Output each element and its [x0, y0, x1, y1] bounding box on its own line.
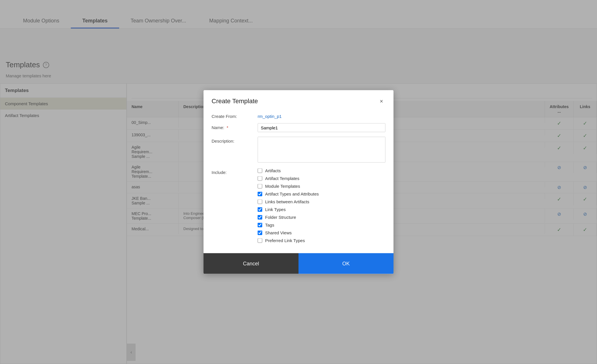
create-from-row: Create From: rm_optin_p1 [212, 112, 385, 119]
checkbox-item-shared-views[interactable]: Shared Views [258, 230, 385, 235]
checkbox-item-tags[interactable]: Tags [258, 223, 385, 227]
description-field-container [258, 137, 385, 164]
checkbox-label-shared-views: Shared Views [265, 230, 292, 235]
checkbox-label-link-types: Link Types [265, 207, 286, 212]
checkbox-item-link-types[interactable]: Link Types [258, 207, 385, 212]
checkbox-artifact-types-attributes[interactable] [258, 191, 262, 196]
include-label: Include: [212, 168, 258, 175]
checkbox-item-module-templates[interactable]: Module Templates [258, 184, 385, 189]
description-label: Description: [212, 137, 258, 143]
checkbox-link-types[interactable] [258, 207, 262, 212]
checkbox-item-links-between-artifacts[interactable]: Links between Artifacts [258, 199, 385, 204]
checkbox-label-artifact-types-attributes: Artifact Types and Attributes [265, 191, 319, 196]
description-textarea[interactable] [258, 137, 385, 163]
modal-header: Create Template × [204, 90, 393, 110]
modal-footer: Cancel OK [204, 253, 393, 274]
name-row: Name: * [212, 123, 385, 132]
include-row: Include: ArtifactsArtifact TemplatesModu… [212, 168, 385, 243]
include-checkboxes: ArtifactsArtifact TemplatesModule Templa… [258, 168, 385, 243]
required-indicator: * [225, 125, 228, 130]
name-field-container [258, 123, 385, 132]
modal-body: Create From: rm_optin_p1 Name: * Descrip… [204, 110, 393, 253]
checkbox-folder-structure[interactable] [258, 215, 262, 219]
checkbox-artifact-templates[interactable] [258, 176, 262, 181]
modal-title: Create Template [212, 97, 258, 105]
checkbox-label-links-between-artifacts: Links between Artifacts [265, 199, 309, 204]
checkbox-item-folder-structure[interactable]: Folder Structure [258, 215, 385, 220]
checkbox-preferred-link-types[interactable] [258, 238, 262, 243]
checkbox-label-tags: Tags [265, 223, 274, 227]
checkbox-label-artifact-templates: Artifact Templates [265, 176, 299, 181]
checkbox-module-templates[interactable] [258, 184, 262, 188]
checkbox-label-preferred-link-types: Preferred Link Types [265, 238, 305, 243]
checkbox-list: ArtifactsArtifact TemplatesModule Templa… [258, 168, 385, 243]
checkbox-shared-views[interactable] [258, 230, 262, 235]
checkbox-artifacts[interactable] [258, 168, 262, 173]
checkbox-item-artifacts[interactable]: Artifacts [258, 168, 385, 173]
cancel-button[interactable]: Cancel [204, 253, 298, 274]
checkbox-label-folder-structure: Folder Structure [265, 215, 296, 220]
name-label: Name: * [212, 123, 258, 130]
checkbox-item-preferred-link-types[interactable]: Preferred Link Types [258, 238, 385, 243]
modal-close-button[interactable]: × [377, 97, 385, 105]
checkbox-label-artifacts: Artifacts [265, 168, 281, 173]
checkbox-item-artifact-types-attributes[interactable]: Artifact Types and Attributes [258, 191, 385, 196]
create-from-label: Create From: [212, 112, 258, 119]
checkbox-tags[interactable] [258, 223, 262, 227]
checkbox-links-between-artifacts[interactable] [258, 199, 262, 204]
create-from-value: rm_optin_p1 [258, 112, 385, 119]
ok-button[interactable]: OK [298, 253, 393, 274]
create-template-modal: Create Template × Create From: rm_optin_… [204, 90, 393, 274]
checkbox-label-module-templates: Module Templates [265, 184, 300, 189]
name-input[interactable] [258, 123, 385, 132]
checkbox-item-artifact-templates[interactable]: Artifact Templates [258, 176, 385, 181]
description-row: Description: [212, 137, 385, 164]
